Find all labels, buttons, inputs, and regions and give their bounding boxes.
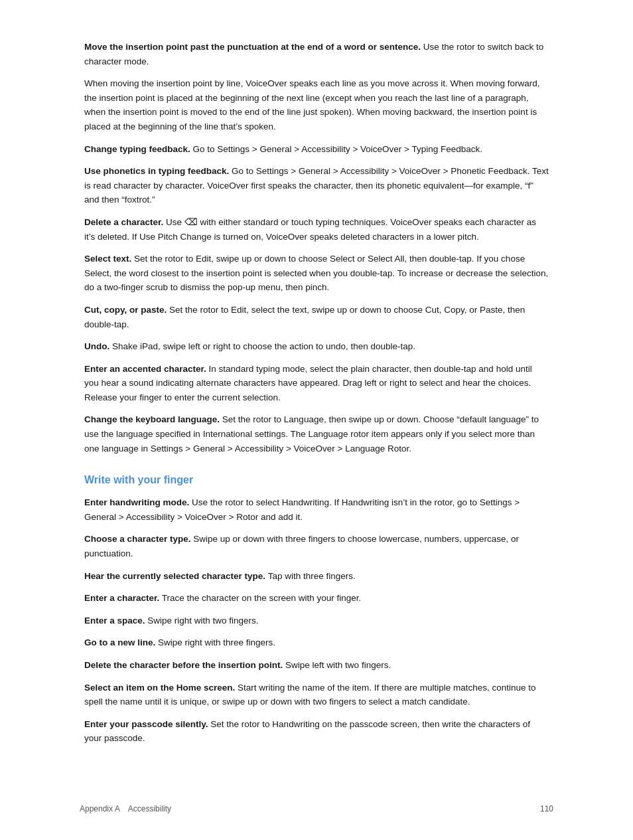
paragraph-change-typing: Change typing feedback. Go to Settings >… (84, 142, 549, 157)
paragraph-undo: Undo. Shake iPad, swipe left or right to… (84, 339, 549, 354)
paragraph-new-line: Go to a new line. Swipe right with three… (84, 635, 549, 650)
bold-selected-char-type: Hear the currently selected character ty… (84, 571, 265, 581)
bold-enter-char: Enter a character. (84, 593, 159, 603)
page: Move the insertion point past the punctu… (0, 0, 633, 840)
bold-select-home: Select an item on the Home screen. (84, 683, 235, 693)
text-undo: Shake iPad, swipe left or right to choos… (109, 341, 415, 351)
text-select-text: Set the rotor to Edit, swipe up or down … (84, 254, 548, 292)
bold-enter-space: Enter a space. (84, 616, 145, 626)
bold-passcode: Enter your passcode silently. (84, 719, 208, 729)
paragraph-passcode: Enter your passcode silently. Set the ro… (84, 717, 549, 746)
paragraph-delete-before: Delete the character before the insertio… (84, 658, 549, 673)
paragraph-delete-char: Delete a character. Use ⌫ with either st… (84, 215, 549, 244)
footer-accessibility-label: Accessibility (128, 804, 171, 813)
bold-keyboard-lang: Change the keyboard language. (84, 414, 220, 424)
bold-handwriting-mode: Enter handwriting mode. (84, 497, 189, 507)
footer-appendix: Appendix A Accessibility (80, 804, 171, 813)
bold-new-line: Go to a new line. (84, 637, 155, 647)
paragraph-enter-char: Enter a character. Trace the character o… (84, 591, 549, 606)
section-heading-write-finger: Write with your finger (84, 474, 549, 486)
bold-change-typing: Change typing feedback. (84, 144, 190, 154)
text-delete-before: Swipe left with two fingers. (283, 660, 391, 670)
footer-page-number: 110 (540, 804, 553, 813)
paragraph-select-home: Select an item on the Home screen. Start… (84, 681, 549, 709)
text-enter-space: Swipe right with two fingers. (145, 616, 259, 626)
bold-move-insertion: Move the insertion point past the punctu… (84, 42, 421, 52)
bold-undo: Undo. (84, 341, 109, 351)
paragraph-move-insertion: Move the insertion point past the punctu… (84, 40, 549, 68)
paragraph-select-text: Select text. Set the rotor to Edit, swip… (84, 252, 549, 295)
text-change-typing: Go to Settings > General > Accessibility… (190, 144, 482, 154)
paragraph-phonetics: Use phonetics in typing feedback. Go to … (84, 164, 549, 207)
paragraph-keyboard-lang: Change the keyboard language. Set the ro… (84, 412, 549, 456)
paragraph-char-type: Choose a character type. Swipe up or dow… (84, 532, 549, 560)
text-selected-char-type: Tap with three fingers. (265, 571, 356, 581)
paragraph-cut-copy-paste: Cut, copy, or paste. Set the rotor to Ed… (84, 303, 549, 331)
bold-char-type: Choose a character type. (84, 534, 191, 544)
paragraph-handwriting-mode: Enter handwriting mode. Use the rotor to… (84, 495, 549, 524)
paragraph-selected-char-type: Hear the currently selected character ty… (84, 569, 549, 584)
bold-cut-copy-paste: Cut, copy, or paste. (84, 305, 167, 315)
bold-delete-before: Delete the character before the insertio… (84, 660, 283, 670)
footer: Appendix A Accessibility 110 (0, 804, 633, 813)
paragraph-enter-space: Enter a space. Swipe right with two fing… (84, 614, 549, 628)
content-area: Move the insertion point past the punctu… (84, 40, 549, 746)
bold-select-text: Select text. (84, 254, 131, 264)
text-enter-char: Trace the character on the screen with y… (159, 593, 361, 603)
paragraph-voiceover-line: When moving the insertion point by line,… (84, 76, 549, 133)
text-new-line: Swipe right with three fingers. (155, 637, 275, 647)
bold-phonetics: Use phonetics in typing feedback. (84, 166, 229, 176)
text-voiceover-line: When moving the insertion point by line,… (84, 78, 540, 131)
bold-accented-char: Enter an accented character. (84, 364, 206, 374)
footer-appendix-label: Appendix A (80, 804, 119, 813)
paragraph-accented-char: Enter an accented character. In standard… (84, 362, 549, 405)
bold-delete-char: Delete a character. (84, 217, 163, 227)
